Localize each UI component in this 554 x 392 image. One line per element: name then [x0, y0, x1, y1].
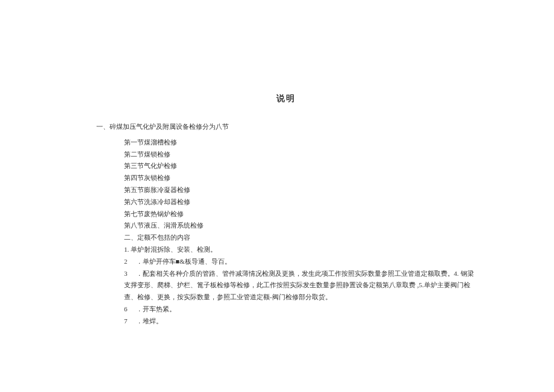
section-line: 第一节煤溜槽检修: [124, 137, 476, 149]
item-3-num: 3: [124, 270, 128, 277]
item-6-text: ．开车热紧。: [136, 305, 176, 313]
section-line: 第四节灰锁检修: [124, 172, 476, 184]
section-line: 第二节煤锁检修: [124, 149, 476, 161]
item-2: 2．单炉开停车■&板导通、导百。: [124, 256, 476, 268]
section-line: 第七节废热锅炉检修: [124, 208, 476, 220]
item-6-num: 6: [124, 305, 128, 313]
section-line: 第三节气化炉检修: [124, 160, 476, 172]
section-line: 第六节洗涤冷却器检修: [124, 196, 476, 208]
section-line: 第八节液压、润滑系统检修: [124, 220, 476, 232]
sub-heading: 二、定额不包括的内容: [124, 232, 476, 244]
section-line: 第五节膨胀冷凝器检修: [124, 184, 476, 196]
item-1: 1. 单炉射混拆除、安装、检测。: [124, 244, 476, 256]
document-title: 说明: [96, 93, 476, 104]
item-6: 6．开车热紧。: [124, 303, 476, 316]
item-3-block: 3．配套相关各种介质的管路、管件减薄情况检测及更换，发生此项工作按照实际数量参照…: [124, 268, 476, 303]
document-page: 说明 一、碎煤加压气化炉及附属设备检修分为八节 第一节煤溜槽检修 第二节煤锁检修…: [0, 0, 554, 328]
heading-1: 一、碎煤加压气化炉及附属设备检修分为八节: [96, 121, 476, 133]
item-7-num: 7: [124, 317, 128, 325]
item-7-text: ．堆焊。: [136, 317, 163, 325]
item-2-text: ．单炉开停车■&板导通、导百。: [136, 258, 231, 265]
item-3-text: ．配套相关各种介质的管路、管件减薄情况检测及更换，发生此项工作按照实际数量参照工…: [124, 270, 474, 301]
item-7: 7．堆焊。: [124, 316, 476, 328]
content-block: 第一节煤溜槽检修 第二节煤锁检修 第三节气化炉检修 第四节灰锁检修 第五节膨胀冷…: [96, 137, 476, 328]
item-2-num: 2: [124, 258, 128, 265]
